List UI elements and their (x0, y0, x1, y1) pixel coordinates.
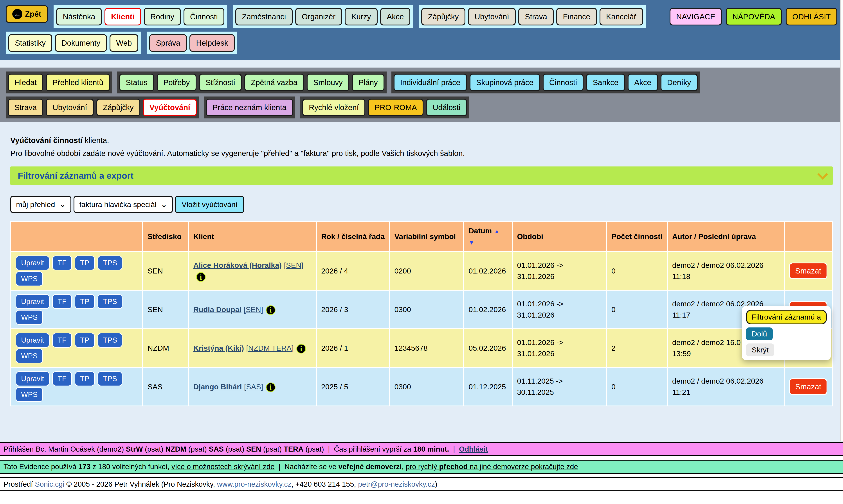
klient-link[interactable]: Kristýna (Kiki)[NZDM TERA] (193, 344, 294, 352)
nav-statistiky[interactable]: Statistiky (8, 34, 52, 52)
subnav-akce[interactable]: Akce (627, 74, 658, 91)
upravit-button[interactable]: Upravit (16, 333, 50, 348)
tps-button[interactable]: TPS (98, 294, 122, 309)
upravit-button[interactable]: Upravit (16, 255, 50, 270)
smazat-button[interactable]: Smazat (789, 263, 827, 279)
subnav-individualni-prace[interactable]: Individuální práce (394, 74, 467, 91)
nav-group-staff: Zaměstnanci Organizér Kurzy Akce (233, 5, 413, 28)
popup-hide-button[interactable]: Skrýt (746, 343, 774, 356)
subnav-hledat[interactable]: Hledat (8, 74, 43, 91)
demo-switch-link[interactable]: pro rychlý přechod na jiné demoverze pok… (406, 463, 578, 471)
subnav-pro-roma[interactable]: PRO-ROMA (368, 99, 424, 116)
sort-desc-icon[interactable]: ▼ (468, 239, 475, 246)
klient-link[interactable]: Django Bihári[SAS] (193, 382, 263, 391)
subnav-prehled-klientu[interactable]: Přehled klientů (46, 74, 110, 91)
nav-akce[interactable]: Akce (380, 8, 411, 25)
nav-finance[interactable]: Finance (556, 8, 597, 25)
logout-link[interactable]: Odhlásit (459, 445, 488, 453)
prehled-select[interactable]: můj přehled ⌄ (10, 196, 71, 213)
tf-button[interactable]: TF (52, 333, 72, 348)
upravit-button[interactable]: Upravit (16, 371, 50, 386)
datum-cell: 01.12.2025 (464, 368, 512, 406)
klient-cell: Kristýna (Kiki)[NZDM TERA]i (189, 329, 316, 367)
wps-button[interactable]: WPS (16, 310, 43, 325)
wps-button[interactable]: WPS (16, 348, 43, 363)
subnav-prace-neznam-klienta[interactable]: Práce neznám klienta (206, 99, 293, 116)
sort-asc-icon[interactable]: ▲ (494, 228, 500, 235)
tps-button[interactable]: TPS (98, 255, 122, 270)
chevron-down-icon[interactable] (818, 169, 828, 180)
nav-zapujcky[interactable]: Zápůjčky (421, 8, 465, 25)
tps-button[interactable]: TPS (98, 333, 122, 348)
subnav-zpetna-vazba[interactable]: Zpětná vazba (244, 74, 304, 91)
wps-button[interactable]: WPS (16, 271, 43, 286)
subnav-rychle-vlozeni[interactable]: Rychlé vložení (302, 99, 365, 116)
subnav-deniky[interactable]: Deníky (660, 74, 698, 91)
subnav-strava[interactable]: Strava (8, 99, 43, 116)
nav-rodiny[interactable]: Rodiny (144, 8, 181, 25)
nav-cinnosti[interactable]: Činnosti (184, 8, 224, 25)
datum-cell: 05.02.2026 (464, 329, 512, 367)
subnav-potreby[interactable]: Potřeby (157, 74, 196, 91)
tp-button[interactable]: TP (75, 255, 95, 270)
nav-klienti[interactable]: Klienti (104, 8, 141, 25)
nav-dokumenty[interactable]: Dokumenty (55, 34, 107, 52)
nav-kancelar[interactable]: Kancelář (600, 8, 643, 25)
tp-button[interactable]: TP (75, 371, 95, 386)
klient-link[interactable]: Alice Horáková (Horalka)[SEN] (193, 261, 304, 269)
tp-button[interactable]: TP (75, 294, 95, 309)
nav-strava[interactable]: Strava (518, 8, 554, 25)
vlozit-vyuctovani-button[interactable]: Vložit vyúčtování (175, 196, 244, 213)
nav-helpdesk[interactable]: Helpdesk (189, 34, 235, 52)
subnav-ubytovani[interactable]: Ubytování (46, 99, 94, 116)
subnav-skupinova-prace[interactable]: Skupinová práce (469, 74, 540, 91)
subnav-cinnosti[interactable]: Činnosti (543, 74, 584, 91)
klient-link[interactable]: Rudla Doupal[SEN] (193, 305, 263, 313)
nav-organizer[interactable]: Organizér (295, 8, 342, 25)
subnav-stiznosti[interactable]: Stížnosti (199, 74, 242, 91)
col-actions (11, 222, 142, 251)
subnav-zapujcky[interactable]: Zápůjčky (97, 99, 140, 116)
subnav-udalosti[interactable]: Události (426, 99, 467, 116)
popup-down-button[interactable]: Dolů (746, 327, 773, 340)
website-link[interactable]: www.pro-neziskovky.cz (217, 480, 292, 488)
faktura-select[interactable]: faktura hlavička speciál ⌄ (73, 196, 173, 213)
info-icon[interactable]: i (196, 272, 206, 282)
hide-functions-link[interactable]: více o možnostech skrývání zde (171, 463, 275, 471)
top-nav-band: ← Zpět Nástěnka Klienti Rodiny Činnosti … (0, 0, 843, 60)
tf-button[interactable]: TF (52, 371, 72, 386)
back-button[interactable]: ← Zpět (6, 5, 48, 23)
nav-ubytovani[interactable]: Ubytování (468, 8, 516, 25)
email-link[interactable]: petr@pro-neziskovky.cz (358, 480, 435, 488)
subnav-plany[interactable]: Plány (352, 74, 384, 91)
nav-kurzy[interactable]: Kurzy (345, 8, 377, 25)
info-icon[interactable]: i (266, 382, 276, 392)
subnav-vyuctovani[interactable]: Vyúčtování (143, 99, 197, 116)
environment-bar: Prostředí Sonic.cgi © 2005 - 2026 Petr V… (0, 477, 843, 491)
info-icon[interactable]: i (296, 344, 306, 354)
tps-button[interactable]: TPS (98, 371, 122, 386)
sonic-link[interactable]: Sonic.cgi (35, 480, 64, 488)
scrollbar[interactable] (840, 0, 843, 441)
subnav-sankce[interactable]: Sankce (586, 74, 625, 91)
nav-web[interactable]: Web (109, 34, 138, 52)
tf-button[interactable]: TF (52, 294, 72, 309)
vs-cell: 12345678 (390, 329, 463, 367)
navigace-button[interactable]: NAVIGACE (670, 8, 722, 25)
nav-sprava[interactable]: Správa (149, 34, 187, 52)
nav-nastenka[interactable]: Nástěnka (56, 8, 102, 25)
upravit-button[interactable]: Upravit (16, 294, 50, 309)
odhlasit-button[interactable]: ODHLÁSIT (786, 8, 837, 25)
smazat-button[interactable]: Smazat (789, 378, 827, 395)
vs-cell: 0200 (390, 252, 463, 290)
subnav-status[interactable]: Status (119, 74, 154, 91)
wps-button[interactable]: WPS (16, 387, 43, 402)
filter-export-bar[interactable]: Filtrování záznamů a export (10, 166, 833, 185)
subnav-smlouvy[interactable]: Smlouvy (307, 74, 349, 91)
tp-button[interactable]: TP (75, 333, 95, 348)
nav-zamestnanci[interactable]: Zaměstnanci (235, 8, 292, 25)
napoveda-button[interactable]: NÁPOVĚDA (726, 8, 782, 25)
popup-filter-button[interactable]: Filtrování záznamů a (746, 310, 827, 324)
tf-button[interactable]: TF (52, 255, 72, 270)
info-icon[interactable]: i (266, 305, 276, 315)
